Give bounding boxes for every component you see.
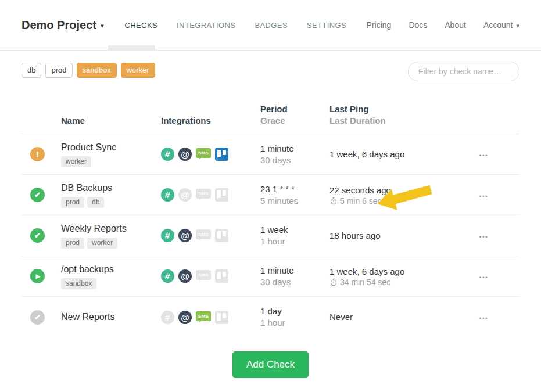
header-integrations: Integrations — [161, 115, 211, 127]
slack-icon: # — [161, 311, 174, 324]
header-name: Name — [61, 115, 161, 127]
add-check-button[interactable]: Add Check — [232, 351, 309, 378]
trello-icon — [215, 229, 228, 242]
last-ping-value: 18 hours ago — [329, 230, 471, 242]
row-menu-button[interactable]: ••• — [479, 234, 488, 240]
chevron-down-icon: ▾ — [516, 20, 519, 30]
nav-about[interactable]: About — [445, 20, 466, 30]
status-icon-up — [30, 188, 45, 202]
account-label: Account — [483, 20, 513, 30]
header-last-duration: Last Duration — [329, 115, 471, 127]
grace-value: 1 hour — [260, 317, 329, 329]
table-row: Product Sync worker # @ SMS 1 minute 30 … — [22, 134, 519, 175]
email-icon: @ — [178, 229, 192, 242]
email-icon: @ — [178, 148, 192, 161]
period-value: 1 minute — [260, 143, 329, 154]
last-duration: 34 min 54 sec — [329, 278, 471, 287]
trello-icon — [215, 311, 228, 324]
last-ping-value: Never — [329, 311, 471, 323]
check-tag: prod — [61, 238, 84, 249]
sms-icon: SMS — [196, 229, 211, 239]
stopwatch-icon — [329, 197, 338, 205]
slack-icon: # — [161, 269, 174, 283]
top-nav: Demo Project ▾ CHECKS INTEGRATIONS BADGE… — [0, 0, 541, 51]
sms-icon: SMS — [196, 311, 211, 321]
header-last-ping: Last Ping — [329, 103, 471, 115]
trello-icon — [215, 148, 228, 161]
row-menu-button[interactable]: ••• — [479, 153, 488, 159]
sms-icon: SMS — [196, 270, 211, 280]
tag-filter-db[interactable]: db — [22, 63, 41, 78]
main-tabs: CHECKS INTEGRATIONS BADGES SETTINGS — [124, 21, 346, 30]
email-icon: @ — [178, 311, 192, 324]
tag-filter-worker[interactable]: worker — [121, 63, 155, 78]
status-icon-late — [30, 147, 45, 161]
grace-value: 1 hour — [260, 236, 329, 247]
header-period: Period — [260, 103, 329, 115]
tab-integrations[interactable]: INTEGRATIONS — [177, 21, 235, 30]
active-tab-indicator — [108, 45, 155, 50]
grace-value: 30 days — [260, 154, 329, 166]
stopwatch-icon — [329, 278, 338, 286]
checks-page: Demo Project ▾ CHECKS INTEGRATIONS BADGE… — [0, 0, 541, 392]
chevron-down-icon: ▾ — [101, 20, 104, 30]
row-menu-button[interactable]: ••• — [479, 275, 488, 280]
sms-icon: SMS — [196, 189, 211, 199]
slack-icon: # — [161, 229, 174, 242]
email-icon: @ — [178, 269, 192, 283]
last-ping-value: 1 week, 6 days ago — [329, 149, 471, 160]
status-icon-new — [30, 310, 45, 325]
nav-docs[interactable]: Docs — [409, 20, 427, 30]
slack-icon: # — [161, 188, 174, 202]
tab-badges[interactable]: BADGES — [255, 21, 288, 30]
check-tag: prod — [61, 197, 84, 208]
project-name: Demo Project — [22, 19, 96, 32]
account-menu[interactable]: Account ▾ — [483, 20, 519, 30]
trello-icon — [215, 269, 228, 283]
check-tag: worker — [87, 238, 117, 249]
sms-icon: SMS — [196, 148, 211, 158]
header-grace: Grace — [260, 115, 329, 127]
email-icon: @ — [178, 188, 192, 202]
check-tag: worker — [61, 156, 91, 167]
check-name[interactable]: DB Backups — [61, 182, 161, 194]
last-duration: 5 min 6 sec — [329, 196, 471, 206]
tag-filter-sandbox[interactable]: sandbox — [77, 63, 117, 78]
table-row: New Reports # @ SMS 1 day 1 hour Never •… — [22, 297, 519, 337]
table-row: DB Backups prod db # @ SMS 23 1 * * * 5 … — [22, 175, 519, 215]
check-name[interactable]: Product Sync — [61, 142, 161, 153]
check-name[interactable]: /opt backups — [61, 264, 161, 275]
filter-bar: db prod sandbox worker — [0, 51, 541, 81]
row-menu-button[interactable]: ••• — [479, 315, 488, 321]
table-header: Name Integrations Period Grace Last Ping… — [22, 95, 519, 134]
period-value: 23 1 * * * — [260, 184, 329, 195]
checks-table: Name Integrations Period Grace Last Ping… — [22, 95, 519, 337]
search-input[interactable] — [408, 62, 519, 81]
grace-value: 30 days — [260, 276, 329, 288]
period-value: 1 week — [260, 224, 329, 236]
project-switcher[interactable]: Demo Project ▾ — [22, 19, 103, 32]
last-duration-value: 5 min 6 sec — [340, 196, 382, 206]
nav-pricing[interactable]: Pricing — [367, 20, 392, 30]
slack-icon: # — [161, 148, 174, 161]
table-row: /opt backups sandbox # @ SMS 1 minute 30… — [22, 256, 519, 297]
table-row: Weekly Reports prod worker # @ SMS 1 wee… — [22, 215, 519, 256]
check-tag: db — [87, 197, 104, 208]
last-ping-value: 1 week, 6 days ago — [329, 266, 471, 278]
row-menu-button[interactable]: ••• — [479, 193, 488, 199]
tab-checks[interactable]: CHECKS — [124, 21, 157, 30]
check-name[interactable]: Weekly Reports — [61, 223, 161, 235]
tag-filter-group: db prod sandbox worker — [22, 63, 155, 78]
tab-settings[interactable]: SETTINGS — [307, 21, 346, 30]
check-name[interactable]: New Reports — [61, 311, 161, 323]
last-duration-value: 34 min 54 sec — [340, 278, 390, 287]
period-value: 1 day — [260, 305, 329, 317]
status-icon-started — [30, 269, 45, 283]
last-ping-value: 22 seconds ago — [329, 185, 471, 196]
trello-icon — [215, 188, 228, 202]
tag-filter-prod[interactable]: prod — [45, 63, 72, 78]
grace-value: 5 minutes — [260, 195, 329, 207]
check-tag: sandbox — [61, 278, 96, 289]
status-icon-up — [30, 228, 45, 243]
period-value: 1 minute — [260, 265, 329, 276]
